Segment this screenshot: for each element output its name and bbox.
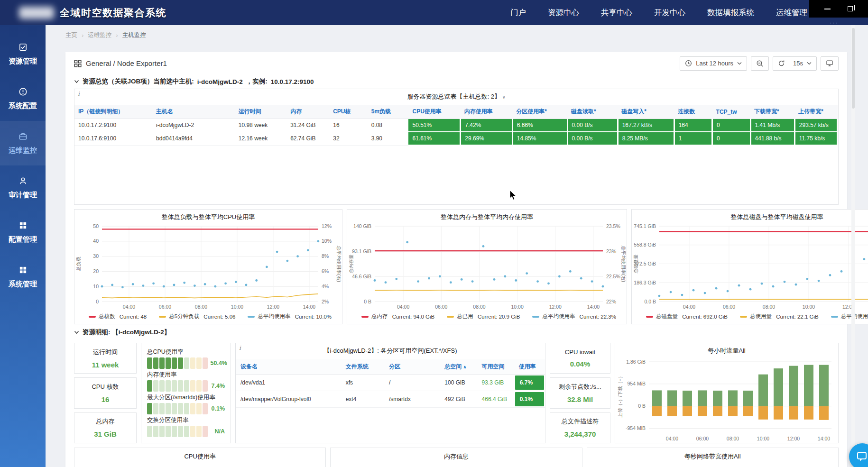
table-cell: /smartdx xyxy=(384,391,440,408)
selected-instance: 10.0.17.2:9100 xyxy=(271,78,314,85)
gauge-segments xyxy=(147,380,208,392)
legend-entry[interactable]: 总5分钟负载 Current: 5.06 xyxy=(159,313,235,320)
dashboard-title[interactable]: General / Node Exporter1 xyxy=(86,59,167,67)
column-header[interactable]: 内存使用率 xyxy=(461,105,512,119)
gauge-row: N/A xyxy=(147,426,225,437)
bar-下载 xyxy=(713,391,722,406)
column-header[interactable]: 可用空间 xyxy=(477,359,514,375)
legend-entry[interactable]: 总平均使用率 Current: 10.0% xyxy=(248,313,332,320)
column-header[interactable]: CPU使用率 xyxy=(408,105,460,119)
legend-entry[interactable]: 总使用量 Current: 22.1 GiB xyxy=(740,313,819,320)
column-header[interactable]: 文件系统 xyxy=(341,359,384,375)
table-cell: 10.98 week xyxy=(235,119,286,132)
column-header[interactable]: 下载带宽* xyxy=(750,105,794,119)
column-header[interactable]: 主机名 xyxy=(152,105,235,119)
series-总5分钟负载 xyxy=(102,294,318,298)
series-point xyxy=(704,292,706,294)
svg-text:上传（-）/下载（+）: 上传（-）/下载（+） xyxy=(618,374,623,418)
column-header[interactable]: 运行时间 xyxy=(235,105,286,119)
chart-plot[interactable]: 010203040502%4%6%8%10%12%04:0006:0008:00… xyxy=(74,221,342,311)
series-point xyxy=(749,288,752,291)
legend-entry[interactable]: 总内存 Current: 94.0 GiB xyxy=(361,313,434,320)
svg-text:1.86 GiB: 1.86 GiB xyxy=(626,359,646,365)
refresh-control[interactable]: 15s xyxy=(773,56,817,71)
legend-current-value: Current: 20.9 GiB xyxy=(476,314,520,320)
restore-button[interactable] xyxy=(848,6,853,11)
legend-entry[interactable]: 总磁盘量 Current: 692.0 GiB xyxy=(646,313,728,320)
dashboard-grid-icon[interactable] xyxy=(74,60,82,67)
ip-link-cell[interactable]: 10.0.17.2:9100 xyxy=(74,119,152,132)
gauge-segment xyxy=(190,403,195,414)
top-nav-item[interactable]: 资源中心 xyxy=(548,8,579,18)
top-nav-item[interactable]: 数据填报系统 xyxy=(707,8,754,18)
bar-上传 xyxy=(683,406,692,416)
series-point xyxy=(204,283,206,285)
legend-entry[interactable]: 总平均使用率 Current: 22.3% xyxy=(532,313,616,320)
breadcrumb-item[interactable]: 运维监控 xyxy=(88,31,111,39)
column-header[interactable]: CPU核 xyxy=(329,105,367,119)
sidebar-item-资源管理[interactable]: 资源管理 xyxy=(0,32,46,76)
stat-label: CPU iowait xyxy=(565,348,595,356)
sidebar-item-label: 审计管理 xyxy=(9,191,37,200)
legend-entry[interactable]: 总核数 Current: 48 xyxy=(89,313,147,320)
bar-下载 xyxy=(743,391,753,406)
column-header[interactable]: 内存 xyxy=(286,105,329,119)
legend-current-value: Current: 10.0% xyxy=(293,314,332,320)
legend-entry[interactable]: 总平均使用率 Current: 3.3% xyxy=(831,313,868,320)
series-point xyxy=(727,290,729,293)
sidebar-item-系统管理[interactable]: 系统管理 xyxy=(0,255,46,299)
column-header[interactable]: 5m负载 xyxy=(368,105,409,119)
chart-plot[interactable]: 0.0 B186.3 GiB372.5 GiB558.8 GiB745.1 Gi… xyxy=(632,221,868,311)
chart-plot[interactable]: 0 B46.6 GiB93.1 GiB140 GiB22%22.5%23%23.… xyxy=(347,221,627,311)
chart-panel-load-cpu: 整体总负载与整体平均CPU使用率 010203040502%4%6%8%10%1… xyxy=(74,209,342,324)
series-point xyxy=(547,282,550,284)
column-header[interactable]: 分区使用率* xyxy=(512,105,567,119)
gauge-segment xyxy=(196,380,202,392)
column-header[interactable]: IP（链接到明细） xyxy=(74,105,152,119)
server-table-title[interactable]: 服务器资源总览表【主机总数: 2】∨ xyxy=(74,89,838,101)
legend-series-name: 总平均使用率 xyxy=(258,313,290,320)
legend-entry[interactable]: 总已用 Current: 20.9 GiB xyxy=(447,313,520,320)
series-point xyxy=(245,284,248,286)
column-header[interactable]: 总空间∧ xyxy=(440,359,477,375)
tv-mode-button[interactable] xyxy=(821,56,839,71)
gauge-segment xyxy=(184,426,189,437)
svg-text:06:00: 06:00 xyxy=(723,304,735,310)
column-header[interactable]: 连接数 xyxy=(674,105,712,119)
legend-color-dash xyxy=(532,316,539,318)
column-header[interactable]: 使用率 xyxy=(514,359,545,375)
top-nav-item[interactable]: 共享中心 xyxy=(601,8,632,18)
zoom-out-button[interactable] xyxy=(751,56,769,71)
time-range-picker[interactable]: Last 12 hours xyxy=(680,56,747,71)
chart-plot[interactable]: 1.86 GiB954 MiB0 B-954 MiB04:0006:0008:0… xyxy=(615,355,838,443)
section-detail-header[interactable]: 资源明细: 【i-dcoMjgwLD-2】 xyxy=(74,324,839,340)
partition-table-panel: i 【i-dcoMjgwLD-2】: 各分区可用空间(EXT.*/XFS) 设备… xyxy=(235,343,545,443)
sidebar-item-系统配置[interactable]: 系统配置 xyxy=(0,76,46,121)
top-nav-item[interactable]: 运维管理 xyxy=(776,8,807,18)
top-nav-item[interactable]: 开发中心 xyxy=(654,8,685,18)
breadcrumb-item[interactable]: 主机监控 xyxy=(122,31,146,39)
info-icon[interactable]: i xyxy=(239,345,241,351)
column-header[interactable]: TCP_tw xyxy=(712,105,750,119)
info-icon[interactable]: i xyxy=(78,91,80,97)
sidebar-item-配置管理[interactable]: 配置管理 xyxy=(0,210,46,255)
gauge-segment xyxy=(147,357,152,369)
sidebar-item-审计管理[interactable]: 审计管理 xyxy=(0,165,46,210)
column-header[interactable]: 磁盘读取* xyxy=(567,105,618,119)
svg-text:12:00: 12:00 xyxy=(549,304,562,310)
column-header[interactable]: 上传带宽* xyxy=(794,105,837,119)
chevron-down-icon xyxy=(807,62,812,65)
section-overview-header[interactable]: 资源总览（关联JOB项）当前选中主机: i-dcoMjgwLD-2，实例: 10… xyxy=(74,74,839,89)
column-header[interactable]: 磁盘写入* xyxy=(618,105,674,119)
sidebar-item-运维监控[interactable]: 运维监控 xyxy=(0,121,46,165)
top-nav-item[interactable]: 门户 xyxy=(510,8,526,18)
minimize-button[interactable] xyxy=(824,9,831,9)
breadcrumb-item[interactable]: 主页 xyxy=(65,31,77,39)
scrollbar-thumb[interactable] xyxy=(852,28,855,109)
column-header[interactable]: 设备名 xyxy=(236,359,341,375)
table-cell: 3.90 xyxy=(368,132,409,145)
page-scrollbar[interactable] xyxy=(851,25,855,467)
column-header[interactable]: 分区 xyxy=(384,359,440,375)
stat-column-right: CPU iowait0.04%剩余节点数:/s...32.8 Mil总文件描述符… xyxy=(550,343,610,443)
ip-link-cell[interactable]: 10.0.17.6:9100 xyxy=(74,132,152,145)
